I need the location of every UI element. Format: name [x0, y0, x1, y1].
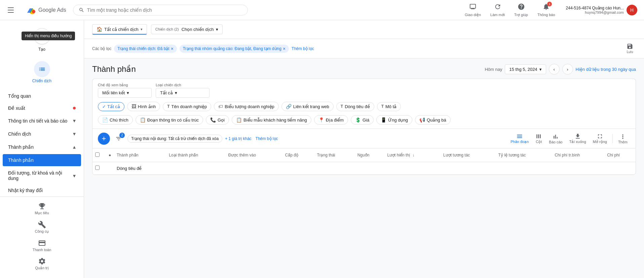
expand-button[interactable]: Mở rộng — [590, 132, 610, 145]
red-dot-indicator — [73, 107, 76, 109]
add-filter-link[interactable]: Thêm bộ lọc — [292, 46, 314, 51]
sidebar-item-muc-tieu[interactable]: Mục tiêu — [3, 199, 81, 218]
filter-chip-doan-thong-tin[interactable]: 📋 Đoạn thông tin có cấu trúc — [136, 115, 203, 125]
columns-icon — [535, 133, 542, 140]
save-button[interactable]: Lưu — [624, 42, 636, 55]
more-button[interactable]: Thêm — [615, 132, 630, 145]
filter-chip-all[interactable]: ✓ Tất cả — [98, 102, 124, 111]
note-icon: 📄 — [102, 117, 108, 123]
filter-chip-bieu-mau[interactable]: 📋 Biểu mẫu khách hàng tiềm năng — [232, 115, 311, 125]
date-picker-dropdown[interactable]: 15 thg 5, 2024 ▾ — [505, 64, 546, 74]
toolbar-divider — [612, 134, 613, 143]
sidebar-item-thanh-phan-active[interactable]: Thành phần — [3, 154, 81, 166]
sidebar-item-cong-cu[interactable]: Công cụ — [3, 218, 81, 236]
content-status-filter[interactable]: Trạng thái nội dung: Tất cả trừ chiến dị… — [127, 135, 222, 143]
campaign-status-chip[interactable]: Trạng thái chiến dịch: Đã bật × — [114, 45, 177, 53]
segment-button[interactable]: Phân đoạn — [508, 132, 531, 145]
filter-chip-lien-ket[interactable]: 🔗 Liên kết trang web — [281, 102, 334, 111]
nav-action-lam-moi-label: Làm mới — [490, 13, 505, 17]
filter-chip-chu-thich[interactable]: 📄 Chú thích — [98, 115, 133, 125]
filter-chip-gia[interactable]: 💲 Giá — [351, 115, 374, 125]
account-email: huynq7994@gmail.com — [566, 10, 624, 14]
col-thanh-phan-header: Thành phần — [114, 148, 166, 162]
campaign-filter-dropdown[interactable]: Chiến dịch (2) Chọn chiến dịch ▾ — [151, 25, 223, 34]
filter-value-link[interactable]: + 1 giá trị khác — [225, 136, 252, 141]
report-button[interactable]: Báo cáo — [546, 132, 565, 145]
columns-button[interactable]: Cột — [533, 132, 545, 145]
view-mode-select[interactable]: Mối liên kết ▾ — [98, 88, 152, 98]
download-button[interactable]: Tải xuống — [567, 132, 589, 145]
add-filter-button[interactable]: Thêm bộ lọc — [256, 136, 278, 141]
sidebar-item-thong-tin[interactable]: Thông tin chi tiết và báo cáo ▾ — [3, 114, 81, 127]
filter-label: Các bộ lọc — [92, 46, 111, 51]
col-dot-header: ● — [106, 148, 114, 162]
top-navigation: Hiển thị menu điều hướng Google Ads Giao… — [0, 0, 644, 20]
campaigns-icon-button[interactable] — [34, 61, 50, 77]
nav-action-giao-dien[interactable]: Giao diện — [461, 2, 485, 18]
row-luot-tt — [441, 162, 496, 175]
chevron-down-icon: ▾ — [73, 118, 76, 124]
sidebar-item-doi-tuong[interactable]: Đối tượng, từ khoá và nội dung ▾ — [3, 167, 81, 184]
show-30-days-link[interactable]: Hiện dữ liệu trong 30 ngày qua — [576, 67, 636, 72]
account-id: 244-516-4874 Quảng cáo Hun... — [566, 6, 624, 10]
sidebar-item-tong-quan[interactable]: Tổng quan — [3, 90, 81, 102]
promotion-icon: 📢 — [419, 117, 425, 123]
prev-date-button[interactable]: ‹ — [549, 64, 560, 75]
nav-action-thong-bao[interactable]: 1 Thông báo — [533, 2, 559, 18]
text-icon: T — [167, 104, 169, 109]
next-date-button[interactable]: › — [562, 64, 573, 75]
cong-cu-label: Công cụ — [35, 229, 49, 234]
sidebar-item-thanh-toan[interactable]: Thanh toán — [3, 236, 81, 254]
filter-chip-ten-dn[interactable]: T Tên doanh nghiệp — [163, 102, 211, 111]
chevron-down-icon: ▾ — [73, 131, 76, 137]
sidebar-item-chien-dich[interactable]: Chiến dịch ▾ — [3, 127, 81, 140]
more-vertical-icon — [619, 133, 626, 140]
remove-chip-icon[interactable]: × — [171, 46, 174, 51]
table-controls: Chế độ xem bảng Mối liên kết ▾ Loại chiế… — [92, 79, 636, 129]
thanh-toan-label: Thanh toán — [33, 248, 51, 252]
search-input[interactable] — [87, 7, 242, 13]
admin-icon — [38, 257, 46, 265]
filter-chip-quang-ba[interactable]: 📢 Quảng bá — [415, 115, 451, 125]
filter-chip-goi[interactable]: 📞 Gọi — [206, 115, 229, 125]
sort-arrow-icon: ↓ — [412, 153, 414, 157]
dropdowns-row: Chế độ xem bảng Mối liên kết ▾ Loại chiế… — [98, 83, 630, 98]
page-title: Thành phần — [92, 64, 136, 74]
col-ty-le-header: Tỷ lệ tương tác — [496, 148, 552, 162]
filter-chip-ung-dung[interactable]: 📱 Ứng dụng — [376, 115, 412, 125]
chevron-down-icon: ▾ — [216, 27, 218, 32]
filter-chip-bieu-tuong[interactable]: 🏷 Biểu tượng doanh nghiệp — [214, 102, 279, 111]
campaign-type-select[interactable]: Tất cả ▾ — [156, 88, 210, 98]
col-luot-ht-header[interactable]: Lượt hiển thị ↓ — [384, 148, 441, 162]
col-chi-phi-header: Chi phí — [604, 148, 636, 162]
add-extension-button[interactable]: + — [98, 133, 110, 145]
remove-chip-icon[interactable]: × — [283, 46, 286, 51]
filter-chip-mo-ta[interactable]: T Mô tả — [377, 102, 401, 111]
funnel-badge: 2 — [119, 133, 125, 138]
filter-chip-dia-diem[interactable]: 📍 Địa điểm — [314, 115, 348, 125]
sidebar-item-quan-tri[interactable]: Quản trị — [3, 254, 81, 273]
filter-chip-hinh-anh[interactable]: 🖼 Hình ảnh — [127, 102, 160, 111]
sidebar-item-thanh-phan-section[interactable]: Thành phần ▴ — [3, 140, 81, 153]
sidebar-item-de-xuat[interactable]: Đề xuất — [3, 102, 81, 114]
avatar: H — [627, 5, 637, 15]
nav-actions: Giao diện Làm mới Trợ giúp 1 Thông báo — [461, 2, 640, 18]
filter-chip-dong-tieu-de[interactable]: T Dòng tiêu đề — [336, 102, 374, 111]
nav-action-lam-moi[interactable]: Làm mới — [486, 2, 509, 18]
search-bar[interactable] — [73, 5, 248, 15]
view-mode-dropdown[interactable]: 🏠 Tất cả chiến dịch ▾ — [92, 24, 147, 35]
sidebar-item-nhat-ky[interactable]: Nhật ký thay đổi — [3, 184, 81, 196]
campaign-type-label: Loại chiến dịch — [156, 83, 210, 87]
menu-toggle-button[interactable] — [4, 3, 17, 17]
table-row: Dòng tiêu đề — [92, 162, 636, 175]
campaign-value: Chọn chiến dịch — [182, 27, 214, 32]
adgroup-status-chip[interactable]: Trạng thái nhóm quảng cáo: Đang bật, Đan… — [180, 45, 289, 53]
nav-action-tro-giup[interactable]: Trợ giúp — [510, 2, 532, 18]
row-select-checkbox[interactable] — [95, 166, 100, 170]
select-all-checkbox[interactable] — [95, 152, 100, 157]
expand-icon — [597, 133, 603, 140]
chevron-down-icon: ▾ — [73, 173, 76, 179]
account-section[interactable]: 244-516-4874 Quảng cáo Hun... huynq7994@… — [563, 3, 640, 17]
menu-tooltip: Hiển thị menu điều hướng — [22, 32, 75, 40]
filter-funnel-button[interactable]: 2 — [113, 133, 125, 145]
